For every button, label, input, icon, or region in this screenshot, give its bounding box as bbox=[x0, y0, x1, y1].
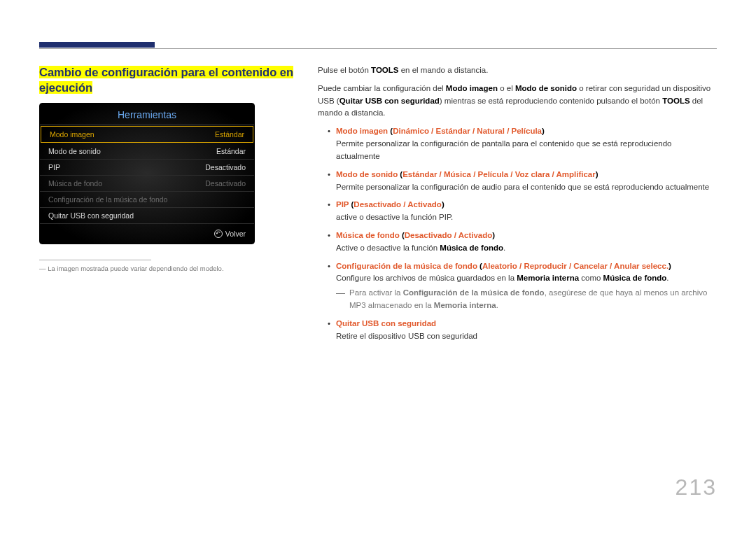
footnote-text: La imagen mostrada puede variar dependie… bbox=[48, 265, 223, 272]
paragraph-1: Pulse el botón TOOLS en el mando a dista… bbox=[318, 64, 717, 77]
bullet-musica-fondo: Música de fondo (Desactivado / Activado)… bbox=[328, 230, 717, 255]
panel-row-pip[interactable]: PIP Desactivado bbox=[40, 160, 254, 176]
b5-s3: / bbox=[608, 262, 614, 270]
b5-s2: / bbox=[567, 262, 574, 270]
row-label: Modo imagen bbox=[50, 130, 94, 139]
b4-o1: Desactivado bbox=[405, 231, 452, 239]
subnote-body: Para activar la Configuración de la músi… bbox=[349, 287, 717, 312]
b5-o2: Reproducir bbox=[524, 262, 566, 270]
p2-a: Puede cambiar la configuración del bbox=[318, 84, 446, 92]
panel-row-quitar-usb[interactable]: Quitar USB con seguridad bbox=[40, 208, 254, 224]
panel-row-modo-sonido[interactable]: Modo de sonido Estándar bbox=[40, 143, 254, 160]
b4-open: ( bbox=[400, 231, 405, 239]
panel-row-modo-imagen[interactable]: Modo imagen Estándar bbox=[41, 126, 253, 143]
return-icon[interactable]: ↶ bbox=[214, 230, 223, 238]
b2-o5: Amplificar bbox=[556, 170, 595, 178]
b5-desc-a: Configure los archivos de música guardad… bbox=[336, 274, 517, 282]
p2-tools: TOOLS bbox=[662, 97, 690, 105]
panel-row-musica-fondo: Música de fondo Desactivado bbox=[40, 176, 254, 192]
b5-desc-b: Memoria interna bbox=[517, 274, 579, 282]
sub-d: Memoria interna bbox=[434, 301, 496, 309]
b1-o1: Dinámico bbox=[393, 127, 429, 135]
p2-modo-imagen: Modo imagen bbox=[446, 84, 498, 92]
row-label: Quitar USB con seguridad bbox=[48, 211, 134, 220]
sub-a: Para activar la bbox=[349, 288, 403, 297]
b2-s3: / bbox=[508, 170, 515, 178]
bullet-modo-sonido: Modo de sonido (Estándar / Música / Pelí… bbox=[328, 169, 717, 194]
bullet-modo-imagen: Modo imagen (Dinámico / Estándar / Natur… bbox=[328, 125, 717, 162]
b5-close: ) bbox=[668, 262, 671, 270]
tools-panel-title: Herramientas bbox=[40, 104, 254, 125]
b5-head: Configuración de la música de fondo bbox=[336, 262, 477, 270]
p2-g: ) mientras se está reproduciendo conteni… bbox=[440, 97, 662, 105]
b5-s1: / bbox=[517, 262, 524, 270]
b2-s1: / bbox=[437, 170, 444, 178]
page-number: 213 bbox=[676, 475, 717, 500]
heading-line-1: Cambio de configuración para el contenid… bbox=[39, 66, 293, 78]
left-column: Cambio de configuración para el contenid… bbox=[39, 64, 298, 348]
b5-desc-c: como bbox=[579, 274, 603, 282]
b3-s1: / bbox=[401, 200, 407, 209]
b5-desc-d: Música de fondo bbox=[603, 274, 667, 282]
p1-c: en el mando a distancia. bbox=[399, 66, 489, 74]
heading-line-2: ejecución bbox=[39, 81, 92, 94]
subnote-dash: ― bbox=[336, 288, 345, 312]
subnote: ― Para activar la Configuración de la mú… bbox=[336, 287, 717, 312]
b1-s2: / bbox=[470, 127, 477, 135]
b2-o3: Película bbox=[478, 170, 508, 178]
paragraph-2: Puede cambiar la configuración del Modo … bbox=[318, 83, 717, 120]
b1-close: ) bbox=[542, 127, 545, 135]
page-container: Cambio de configuración para el contenid… bbox=[0, 0, 756, 348]
row-label: PIP bbox=[48, 163, 60, 171]
tools-panel-rows: Modo imagen Estándar Modo de sonido Está… bbox=[40, 125, 254, 224]
b2-s2: / bbox=[471, 170, 478, 178]
b1-desc: Permite personalizar la configuración de… bbox=[336, 139, 671, 160]
b5-o4: Anular selecc. bbox=[614, 262, 668, 270]
panel-row-config-musica: Configuración de la música de fondo bbox=[40, 192, 254, 208]
b1-o4: Película bbox=[512, 127, 542, 135]
b2-o4: Voz clara bbox=[515, 170, 550, 178]
b2-o2: Música bbox=[444, 170, 471, 178]
b4-o2: Activado bbox=[458, 231, 493, 239]
footnote: ― La imagen mostrada puede variar depend… bbox=[39, 265, 298, 272]
content-columns: Cambio de configuración para el contenid… bbox=[39, 64, 717, 348]
b3-desc: active o desactive la función PIP. bbox=[336, 213, 453, 221]
sub-e: . bbox=[496, 301, 498, 309]
b3-o1: Desactivado bbox=[354, 200, 401, 209]
b4-head: Música de fondo bbox=[336, 231, 400, 239]
b3-o2: Activado bbox=[407, 200, 442, 209]
b3-close: ) bbox=[442, 200, 444, 209]
b2-head: Modo de sonido bbox=[336, 170, 398, 178]
b4-desc-b: Música de fondo bbox=[440, 244, 503, 252]
bullet-quitar-usb: Quitar USB con seguridad Retire el dispo… bbox=[328, 318, 717, 343]
b5-o1: Aleatorio bbox=[482, 262, 517, 270]
p2-modo-sonido: Modo de sonido bbox=[515, 84, 577, 92]
b6-head: Quitar USB con seguridad bbox=[336, 319, 436, 328]
b1-head: Modo imagen bbox=[336, 127, 388, 135]
b5-o3: Cancelar bbox=[573, 262, 608, 270]
footnote-divider bbox=[39, 260, 151, 260]
row-value: Desactivado bbox=[205, 163, 246, 171]
section-heading: Cambio de configuración para el contenid… bbox=[39, 64, 298, 96]
b6-desc: Retire el dispositivo USB con seguridad bbox=[336, 332, 477, 340]
header-accent-bar bbox=[39, 42, 155, 48]
row-value: Desactivado bbox=[205, 179, 246, 188]
bullet-config-musica: Configuración de la música de fondo (Ale… bbox=[328, 260, 717, 312]
b5-open: ( bbox=[477, 262, 482, 270]
b1-o2: Estándar bbox=[436, 127, 470, 135]
row-label: Configuración de la música de fondo bbox=[48, 195, 167, 204]
b1-o3: Natural bbox=[477, 127, 505, 135]
b4-desc-c: . bbox=[503, 244, 505, 252]
bullet-list: Modo imagen (Dinámico / Estándar / Natur… bbox=[328, 125, 717, 342]
right-column: Pulse el botón TOOLS en el mando a dista… bbox=[318, 64, 717, 348]
b2-o1: Estándar bbox=[402, 170, 437, 178]
b2-desc: Permite personalizar la configuración de… bbox=[336, 183, 709, 191]
row-value: Estándar bbox=[215, 130, 244, 139]
header-divider bbox=[39, 48, 717, 49]
p1-a: Pulse el botón bbox=[318, 66, 371, 74]
row-value: Estándar bbox=[216, 147, 246, 155]
b4-s1: / bbox=[452, 231, 458, 239]
p2-quitar-usb: Quitar USB con seguridad bbox=[340, 97, 440, 105]
tools-panel-footer: ↶ Volver bbox=[40, 224, 254, 244]
return-label: Volver bbox=[225, 230, 246, 238]
